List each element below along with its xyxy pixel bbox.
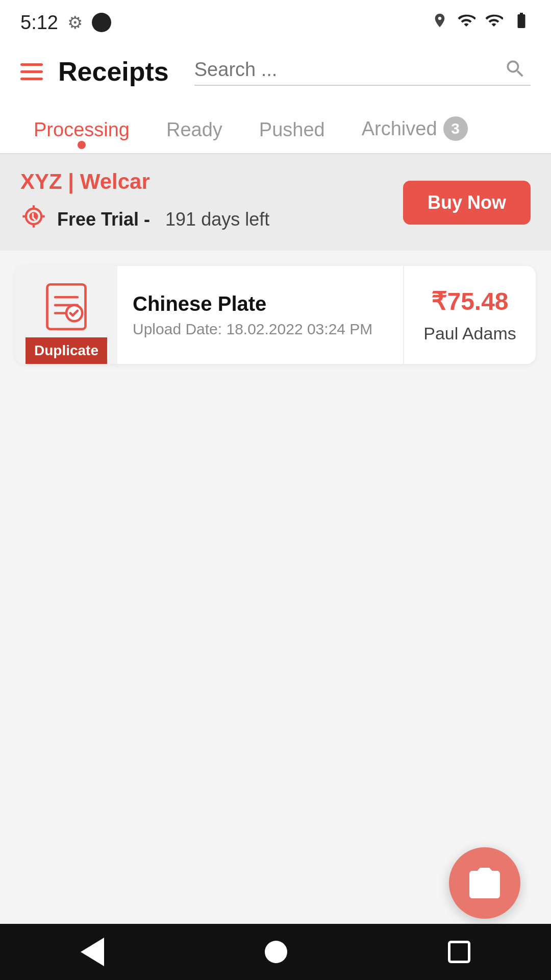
menu-icon[interactable]: [20, 63, 43, 80]
status-right: [432, 11, 531, 34]
back-icon: [81, 938, 104, 966]
camera-fab-button[interactable]: [449, 847, 520, 919]
tab-ready-label: Ready: [166, 119, 222, 141]
tab-archived-label: Archived: [362, 118, 437, 140]
receipt-icon: [41, 281, 92, 332]
status-time: 5:12: [20, 12, 58, 34]
recents-icon: [448, 941, 470, 963]
trial-info: Free Trial - 191 days left: [20, 203, 391, 235]
camera-icon: [466, 865, 503, 901]
archived-badge: 3: [443, 116, 468, 141]
search-icon: [504, 58, 527, 80]
receipt-thumbnail: Duplicate: [15, 266, 117, 364]
receipts-list: Duplicate Chinese Plate Upload Date: 18.…: [0, 251, 551, 379]
tab-archived[interactable]: Archived 3: [343, 102, 486, 153]
nav-home-button[interactable]: [265, 941, 287, 963]
tab-pushed-label: Pushed: [259, 119, 325, 141]
tab-pushed[interactable]: Pushed: [241, 105, 343, 153]
app-title: Receipts: [58, 56, 169, 87]
trial-company: XYZ | Welcar: [20, 169, 391, 194]
buy-now-button[interactable]: Buy Now: [403, 181, 531, 225]
tabs-bar: Processing Ready Pushed Archived 3: [0, 102, 551, 154]
bottom-nav: [0, 924, 551, 980]
search-container: [194, 58, 531, 86]
receipt-person: Paul Adams: [423, 324, 516, 344]
tab-processing[interactable]: Processing: [15, 105, 148, 153]
dot-icon: [92, 13, 111, 32]
location-icon: [432, 12, 448, 33]
receipt-name: Chinese Plate: [133, 292, 388, 315]
nav-recents-button[interactable]: [448, 941, 470, 963]
trial-banner: XYZ | Welcar Free Trial - 191 days left …: [0, 154, 551, 251]
tab-active-indicator: [78, 141, 86, 149]
receipt-icon-wrap: [41, 281, 92, 332]
signal-icon: [485, 11, 503, 34]
home-icon: [265, 941, 287, 963]
receipt-amount: ₹75.48: [431, 287, 508, 315]
app-header: Receipts: [0, 41, 551, 102]
search-button[interactable]: [500, 58, 531, 82]
status-bar: 5:12 ⚙: [0, 0, 551, 41]
gear-icon: ⚙: [67, 12, 83, 33]
tab-processing-label: Processing: [34, 119, 130, 141]
status-left: 5:12 ⚙: [20, 12, 111, 34]
search-input[interactable]: [194, 59, 500, 81]
duplicate-badge: Duplicate: [26, 337, 107, 364]
receipt-card[interactable]: Duplicate Chinese Plate Upload Date: 18.…: [15, 266, 536, 364]
receipt-amount-section: ₹75.48 Paul Adams: [403, 266, 536, 364]
receipt-details: Chinese Plate Upload Date: 18.02.2022 03…: [117, 266, 403, 364]
wifi-icon: [457, 11, 475, 34]
battery-icon: [512, 11, 531, 34]
nav-back-button[interactable]: [81, 938, 104, 966]
trial-label: Free Trial -: [57, 209, 150, 230]
timer-icon: [20, 203, 47, 235]
tab-ready[interactable]: Ready: [148, 105, 241, 153]
trial-days: 191 days left: [165, 209, 269, 230]
receipt-date: Upload Date: 18.02.2022 03:24 PM: [133, 321, 388, 338]
